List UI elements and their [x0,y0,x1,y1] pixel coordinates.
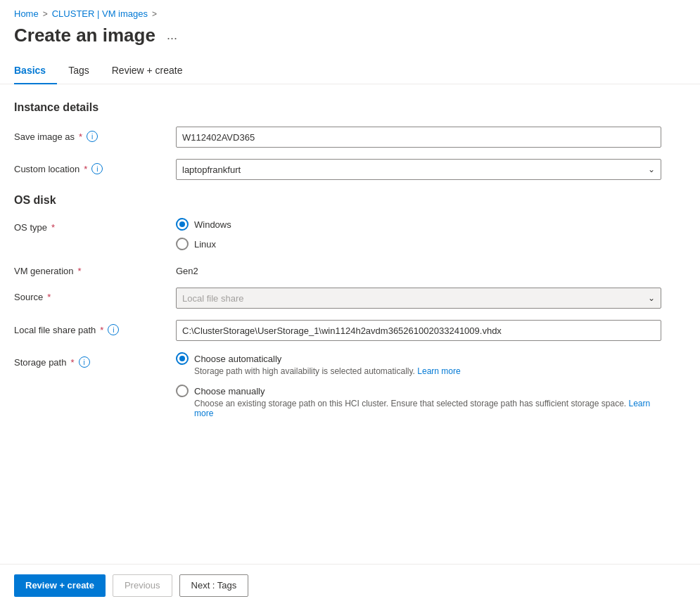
vm-generation-label: VM generation * [14,262,162,276]
source-value: Local file share [182,293,243,304]
custom-location-row: Custom location * i laptopfrankfurt ⌄ [14,159,661,180]
previous-button[interactable]: Previous [113,574,172,597]
vm-generation-row: VM generation * Gen2 [14,262,661,276]
breadcrumb: Home > CLUSTER | VM images > [0,0,700,19]
source-dropdown: Local file share ⌄ [176,288,661,309]
os-type-linux[interactable]: Linux [176,238,661,250]
storage-manual-desc: Choose an existing storage path on this … [194,399,661,418]
storage-auto-label: Choose automatically [194,354,281,364]
custom-location-label-text: Custom location [14,164,79,174]
os-type-row: OS type * Windows Linux [14,218,661,250]
local-file-share-path-required: * [100,325,103,335]
source-label-text: Source [14,292,43,302]
tab-basics[interactable]: Basics [14,59,57,84]
content-area: Instance details Save image as * i Custo… [0,84,675,486]
review-create-button[interactable]: Review + create [14,574,106,597]
os-type-radio-group: Windows Linux [176,218,661,250]
storage-path-info-icon[interactable]: i [79,356,90,368]
save-image-as-required: * [79,131,82,142]
os-type-control: Windows Linux [176,218,661,250]
os-type-windows[interactable]: Windows [176,218,661,231]
save-image-as-label-text: Save image as [14,131,75,142]
source-required: * [47,292,51,302]
storage-path-label: Storage path * i [14,352,162,368]
storage-path-label-text: Storage path [14,357,66,368]
os-type-linux-label: Linux [194,239,216,250]
os-type-required: * [51,222,55,233]
source-row: Source * Local file share ⌄ [14,288,661,309]
storage-path-control: Choose automatically Storage path with h… [176,352,661,418]
custom-location-info-icon[interactable]: i [91,163,103,174]
storage-manual-label: Choose manually [194,386,265,397]
next-tags-button[interactable]: Next : Tags [179,574,249,597]
breadcrumb-home[interactable]: Home [14,8,39,19]
source-label: Source * [14,288,162,302]
storage-manual-learn-more[interactable]: Learn more [194,399,650,418]
local-file-share-path-label-text: Local file share path [14,325,96,335]
os-type-linux-radio[interactable] [176,238,189,250]
storage-path-row: Storage path * i Choose automatically St… [14,352,661,418]
os-disk-section: OS disk OS type * Windows Linux [14,194,661,418]
os-disk-title: OS disk [14,194,661,207]
source-control: Local file share ⌄ [176,288,661,309]
local-file-share-path-control [176,320,661,341]
instance-details-section: Instance details Save image as * i Custo… [14,101,661,180]
storage-auto-radio[interactable] [176,352,189,365]
save-image-as-info-icon[interactable]: i [87,131,98,142]
local-file-share-path-label: Local file share path * i [14,320,162,335]
breadcrumb-sep-1: > [43,9,48,19]
storage-manual-row[interactable]: Choose manually [176,385,661,397]
custom-location-required: * [84,164,87,174]
os-type-label: OS type * [14,218,162,233]
breadcrumb-sep-2: > [152,9,157,19]
storage-path-options: Choose automatically Storage path with h… [176,352,661,418]
bottom-bar: Review + create Previous Next : Tags [0,564,700,606]
page-header: Create an image ... [0,19,700,46]
vm-generation-label-text: VM generation [14,266,74,276]
source-chevron: ⌄ [648,293,655,303]
vm-generation-control: Gen2 [176,262,661,276]
os-type-windows-radio[interactable] [176,218,189,231]
os-type-windows-label: Windows [194,219,231,230]
storage-auto-row[interactable]: Choose automatically [176,352,661,365]
tab-review-create[interactable]: Review + create [101,59,194,84]
instance-details-title: Instance details [14,101,661,114]
page-title: Create an image [14,25,155,46]
storage-auto-learn-more[interactable]: Learn more [417,366,460,376]
save-image-as-control [176,127,661,148]
custom-location-chevron: ⌄ [648,165,655,174]
custom-location-label: Custom location * i [14,159,162,174]
custom-location-value: laptopfrankfurt [182,165,241,175]
storage-manual-radio[interactable] [176,385,189,397]
tab-tags[interactable]: Tags [57,59,101,84]
vm-generation-required: * [78,266,82,276]
custom-location-dropdown[interactable]: laptopfrankfurt ⌄ [176,159,661,180]
save-image-as-label: Save image as * i [14,127,162,142]
breadcrumb-cluster[interactable]: CLUSTER | VM images [52,8,148,19]
vm-generation-value: Gen2 [176,262,661,276]
save-image-as-input[interactable] [176,127,661,148]
save-image-as-row: Save image as * i [14,127,661,148]
local-file-share-path-input[interactable] [176,320,661,341]
local-file-share-path-row: Local file share path * i [14,320,661,341]
storage-auto-desc: Storage path with high availability is s… [194,366,661,376]
local-file-share-path-info-icon[interactable]: i [108,324,119,335]
os-type-label-text: OS type [14,222,47,233]
storage-path-required: * [70,357,74,368]
tabs-bar: Basics Tags Review + create [0,46,700,84]
custom-location-control: laptopfrankfurt ⌄ [176,159,661,180]
ellipsis-button[interactable]: ... [163,27,182,44]
